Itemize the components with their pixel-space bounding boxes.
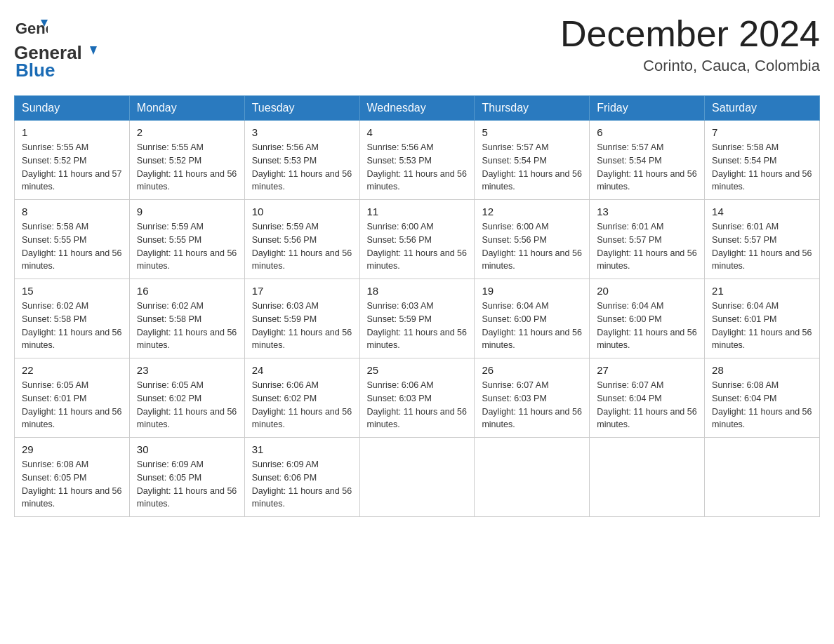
day-number: 27: [597, 364, 697, 376]
day-info: Sunrise: 6:05 AM Sunset: 6:01 PM Dayligh…: [22, 379, 122, 431]
day-number: 30: [137, 443, 237, 455]
day-info: Sunrise: 6:03 AM Sunset: 5:59 PM Dayligh…: [367, 300, 468, 352]
weekday-header-saturday: Saturday: [705, 96, 820, 121]
day-number: 14: [712, 206, 812, 217]
calendar-day-cell: 3 Sunrise: 5:56 AM Sunset: 5:53 PM Dayli…: [244, 121, 359, 200]
day-info: Sunrise: 5:55 AM Sunset: 5:52 PM Dayligh…: [137, 141, 237, 194]
calendar-day-cell: 30 Sunrise: 6:09 AM Sunset: 6:05 PM Dayl…: [129, 438, 244, 517]
day-info: Sunrise: 6:02 AM Sunset: 5:58 PM Dayligh…: [22, 300, 122, 352]
day-number: 8: [22, 206, 122, 217]
calendar-table: SundayMondayTuesdayWednesdayThursdayFrid…: [14, 95, 820, 517]
day-info: Sunrise: 6:09 AM Sunset: 6:05 PM Dayligh…: [137, 458, 237, 511]
day-number: 13: [597, 206, 697, 217]
calendar-day-cell: 11 Sunrise: 6:00 AM Sunset: 5:56 PM Dayl…: [359, 200, 475, 279]
weekday-header-friday: Friday: [590, 96, 705, 121]
day-info: Sunrise: 6:04 AM Sunset: 6:00 PM Dayligh…: [597, 300, 697, 352]
day-info: Sunrise: 5:59 AM Sunset: 5:56 PM Dayligh…: [252, 220, 352, 273]
month-title: December 2024: [560, 14, 820, 54]
day-number: 28: [712, 364, 812, 376]
day-number: 21: [712, 285, 812, 297]
day-info: Sunrise: 6:08 AM Sunset: 6:05 PM Dayligh…: [22, 458, 122, 511]
calendar-day-cell: 2 Sunrise: 5:55 AM Sunset: 5:52 PM Dayli…: [129, 121, 244, 200]
day-number: 17: [252, 285, 352, 297]
calendar-day-cell: [590, 438, 705, 517]
calendar-week-row: 1 Sunrise: 5:55 AM Sunset: 5:52 PM Dayli…: [15, 121, 820, 200]
calendar-day-cell: [475, 438, 590, 517]
calendar-day-cell: 27 Sunrise: 6:07 AM Sunset: 6:04 PM Dayl…: [590, 358, 705, 438]
calendar-day-cell: 17 Sunrise: 6:03 AM Sunset: 5:59 PM Dayl…: [244, 279, 359, 358]
day-info: Sunrise: 6:00 AM Sunset: 5:56 PM Dayligh…: [482, 220, 582, 273]
title-section: December 2024 Corinto, Cauca, Colombia: [560, 14, 820, 75]
calendar-day-cell: 8 Sunrise: 5:58 AM Sunset: 5:55 PM Dayli…: [15, 200, 130, 279]
day-number: 12: [482, 206, 582, 217]
day-info: Sunrise: 6:07 AM Sunset: 6:03 PM Dayligh…: [482, 379, 582, 431]
logo-blue: Blue: [15, 60, 55, 81]
logo-triangle-icon: [83, 45, 97, 59]
calendar-week-row: 15 Sunrise: 6:02 AM Sunset: 5:58 PM Dayl…: [15, 279, 820, 358]
calendar-day-cell: 28 Sunrise: 6:08 AM Sunset: 6:04 PM Dayl…: [705, 358, 820, 438]
calendar-day-cell: 23 Sunrise: 6:05 AM Sunset: 6:02 PM Dayl…: [129, 358, 244, 438]
day-info: Sunrise: 6:03 AM Sunset: 5:59 PM Dayligh…: [252, 300, 352, 352]
day-number: 1: [22, 126, 122, 138]
day-info: Sunrise: 5:59 AM Sunset: 5:55 PM Dayligh…: [137, 220, 237, 273]
day-number: 3: [252, 126, 352, 138]
calendar-day-cell: 18 Sunrise: 6:03 AM Sunset: 5:59 PM Dayl…: [359, 279, 475, 358]
day-number: 29: [22, 443, 122, 455]
calendar-day-cell: 16 Sunrise: 6:02 AM Sunset: 5:58 PM Dayl…: [129, 279, 244, 358]
weekday-header-sunday: Sunday: [15, 96, 130, 121]
day-info: Sunrise: 6:05 AM Sunset: 6:02 PM Dayligh…: [137, 379, 237, 431]
day-number: 5: [482, 126, 582, 138]
weekday-header-thursday: Thursday: [475, 96, 590, 121]
day-info: Sunrise: 6:04 AM Sunset: 6:01 PM Dayligh…: [712, 300, 812, 352]
calendar-day-cell: 6 Sunrise: 5:57 AM Sunset: 5:54 PM Dayli…: [590, 121, 705, 200]
day-info: Sunrise: 6:02 AM Sunset: 5:58 PM Dayligh…: [137, 300, 237, 352]
calendar-day-cell: 15 Sunrise: 6:02 AM Sunset: 5:58 PM Dayl…: [15, 279, 130, 358]
day-info: Sunrise: 6:04 AM Sunset: 6:00 PM Dayligh…: [482, 300, 582, 352]
calendar-day-cell: 19 Sunrise: 6:04 AM Sunset: 6:00 PM Dayl…: [475, 279, 590, 358]
day-info: Sunrise: 5:58 AM Sunset: 5:54 PM Dayligh…: [712, 141, 812, 194]
calendar-day-cell: 7 Sunrise: 5:58 AM Sunset: 5:54 PM Dayli…: [705, 121, 820, 200]
day-number: 31: [252, 443, 352, 455]
calendar-day-cell: 12 Sunrise: 6:00 AM Sunset: 5:56 PM Dayl…: [475, 200, 590, 279]
calendar-day-cell: 31 Sunrise: 6:09 AM Sunset: 6:06 PM Dayl…: [244, 438, 359, 517]
calendar-day-cell: 20 Sunrise: 6:04 AM Sunset: 6:00 PM Dayl…: [590, 279, 705, 358]
day-number: 2: [137, 126, 237, 138]
calendar-week-row: 22 Sunrise: 6:05 AM Sunset: 6:01 PM Dayl…: [15, 358, 820, 438]
calendar-day-cell: 29 Sunrise: 6:08 AM Sunset: 6:05 PM Dayl…: [15, 438, 130, 517]
calendar-week-row: 8 Sunrise: 5:58 AM Sunset: 5:55 PM Dayli…: [15, 200, 820, 279]
day-number: 22: [22, 364, 122, 376]
day-number: 24: [252, 364, 352, 376]
calendar-day-cell: 5 Sunrise: 5:57 AM Sunset: 5:54 PM Dayli…: [475, 121, 590, 200]
day-number: 10: [252, 206, 352, 217]
day-number: 15: [22, 285, 122, 297]
day-number: 16: [137, 285, 237, 297]
calendar-day-cell: 24 Sunrise: 6:06 AM Sunset: 6:02 PM Dayl…: [244, 358, 359, 438]
day-number: 19: [482, 285, 582, 297]
day-number: 11: [367, 206, 468, 217]
logo: General General Blue: [14, 14, 98, 81]
location-subtitle: Corinto, Cauca, Colombia: [560, 57, 820, 75]
calendar-day-cell: 4 Sunrise: 5:56 AM Sunset: 5:53 PM Dayli…: [359, 121, 475, 200]
weekday-header-tuesday: Tuesday: [244, 96, 359, 121]
day-number: 6: [597, 126, 697, 138]
day-info: Sunrise: 6:01 AM Sunset: 5:57 PM Dayligh…: [597, 220, 697, 273]
weekday-header-monday: Monday: [129, 96, 244, 121]
day-info: Sunrise: 5:55 AM Sunset: 5:52 PM Dayligh…: [22, 141, 122, 194]
day-info: Sunrise: 6:01 AM Sunset: 5:57 PM Dayligh…: [712, 220, 812, 273]
day-number: 20: [597, 285, 697, 297]
day-info: Sunrise: 5:57 AM Sunset: 5:54 PM Dayligh…: [482, 141, 582, 194]
day-number: 25: [367, 364, 468, 376]
calendar-day-cell: 21 Sunrise: 6:04 AM Sunset: 6:01 PM Dayl…: [705, 279, 820, 358]
day-info: Sunrise: 6:06 AM Sunset: 6:02 PM Dayligh…: [252, 379, 352, 431]
day-info: Sunrise: 6:06 AM Sunset: 6:03 PM Dayligh…: [367, 379, 468, 431]
day-info: Sunrise: 6:09 AM Sunset: 6:06 PM Dayligh…: [252, 458, 352, 511]
day-number: 23: [137, 364, 237, 376]
calendar-day-cell: 22 Sunrise: 6:05 AM Sunset: 6:01 PM Dayl…: [15, 358, 130, 438]
day-number: 9: [137, 206, 237, 217]
weekday-header-wednesday: Wednesday: [359, 96, 475, 121]
page-header: General General Blue December 2024 Corin…: [14, 14, 820, 81]
day-info: Sunrise: 5:56 AM Sunset: 5:53 PM Dayligh…: [252, 141, 352, 194]
calendar-day-cell: [359, 438, 475, 517]
svg-marker-2: [90, 46, 97, 55]
calendar-day-cell: [705, 438, 820, 517]
